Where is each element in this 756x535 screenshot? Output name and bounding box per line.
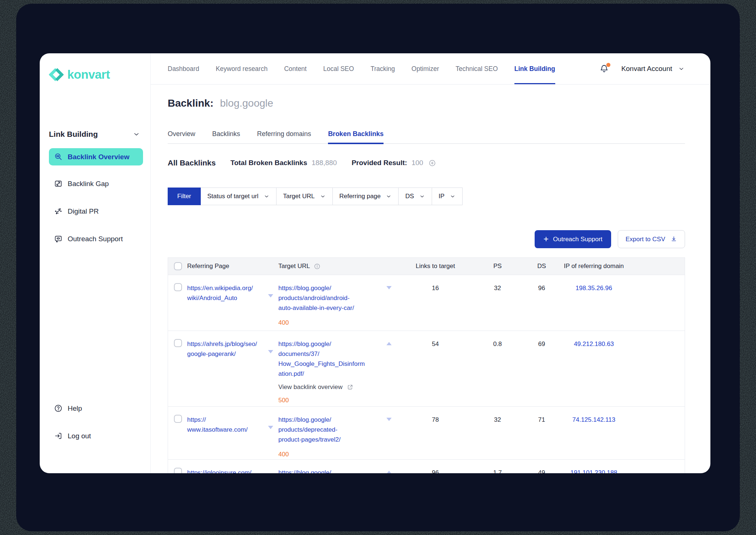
outreach-support-button[interactable]: + Outreach Support [535, 230, 611, 248]
table-row: https://ahrefs.jp/blog/seo/ google-pager… [168, 331, 685, 406]
increase-result-button[interactable] [428, 159, 436, 167]
sidebar-menu: Backlink Overview Backlink Gap Digital P… [49, 148, 143, 258]
referring-page-link[interactable]: https://iglooinsure.com/ [187, 469, 252, 473]
filter-bar: Filter Status of target url Target URL R… [168, 188, 710, 205]
account-label: Konvart Account [621, 65, 672, 73]
links-to-target-value: 78 [395, 407, 475, 459]
tab-broken-backlinks[interactable]: Broken Backlinks [328, 130, 384, 143]
sort-triangle-up-icon[interactable] [386, 342, 392, 345]
brand-logo[interactable]: konvart [49, 67, 143, 82]
plus-icon: + [543, 235, 549, 243]
export-to-csv-button[interactable]: Export to CSV [618, 230, 685, 248]
referring-page-link[interactable]: https://en.wikipedia.org/ wiki/Android_A… [187, 285, 253, 302]
filter-ip[interactable]: IP [432, 188, 463, 205]
select-all-checkbox[interactable] [174, 262, 182, 270]
referring-page-link[interactable]: https:// www.itasoftware.com/ [187, 416, 247, 433]
nav-item-keyword-research[interactable]: Keyword research [216, 53, 268, 84]
nav-item-optimizer[interactable]: Optimizer [411, 53, 439, 84]
view-backlink-overview-link[interactable]: View backlink overview [278, 382, 395, 392]
info-icon[interactable] [314, 263, 321, 270]
row-checkbox[interactable] [174, 339, 182, 347]
filter-referring-page[interactable]: Referring page [333, 188, 399, 205]
filter-ds[interactable]: DS [399, 188, 432, 205]
logout-label: Log out [68, 432, 91, 440]
ps-value: 32 [475, 407, 520, 459]
header-target-url: Target URL [278, 263, 395, 270]
header-target-url-label: Target URL [278, 263, 310, 270]
ds-value: 49 [520, 460, 564, 473]
help-icon [54, 404, 63, 413]
table-row: https:// www.itasoftware.com/ https://bl… [168, 406, 685, 459]
sort-triangle-down-icon[interactable] [268, 294, 273, 297]
sidebar-logout[interactable]: Log out [49, 432, 143, 440]
provided-result-value: 100 [411, 159, 423, 167]
filter-label: DS [405, 193, 414, 200]
ip-link[interactable]: 74.125.142.113 [573, 416, 616, 423]
ds-value: 69 [520, 331, 564, 406]
external-link-icon [347, 384, 353, 390]
sidebar: konvart Link Building Backlink Overview [40, 53, 151, 473]
row-checkbox[interactable] [174, 415, 182, 423]
tab-overview[interactable]: Overview [168, 130, 195, 143]
nav-item-technical-seo[interactable]: Technical SEO [456, 53, 498, 84]
ps-value: 0.8 [475, 331, 520, 406]
sort-triangle-down-icon[interactable] [386, 286, 392, 289]
stats-row: All Backlinks Total Broken Backlinks 188… [168, 158, 710, 167]
nav-item-link-building[interactable]: Link Building [514, 53, 555, 84]
page-content: Backlink: blog.google Overview Backlinks… [151, 85, 710, 473]
sort-triangle-down-icon[interactable] [386, 418, 392, 421]
tab-bar: Overview Backlinks Referring domains Bro… [168, 130, 685, 144]
target-url-link[interactable]: https://blog.google/ products/android/an… [278, 285, 354, 311]
sidebar-item-outreach-support[interactable]: Outreach Support [49, 230, 143, 247]
filter-status-of-target-url[interactable]: Status of target url [201, 188, 277, 205]
target-url-link[interactable]: https://blog.google/ documents/37/ How_G… [278, 340, 365, 377]
sort-triangle-down-icon[interactable] [268, 350, 273, 353]
help-label: Help [68, 404, 82, 413]
notifications-button[interactable] [599, 64, 609, 74]
filter-label: IP [439, 193, 445, 200]
broken-backlinks-table: Referring Page Target URL Links to targe… [168, 257, 685, 473]
nav-item-dashboard[interactable]: Dashboard [168, 53, 199, 84]
nav-item-local-seo[interactable]: Local SEO [323, 53, 354, 84]
sort-triangle-up-icon[interactable] [386, 471, 392, 473]
header-links-to-target: Links to target [395, 263, 475, 270]
sidebar-item-label: Backlink Gap [68, 180, 109, 188]
tab-referring-domains[interactable]: Referring domains [257, 130, 311, 143]
header-ps: PS [475, 263, 520, 270]
tab-backlinks[interactable]: Backlinks [212, 130, 240, 143]
sidebar-item-backlink-gap[interactable]: Backlink Gap [49, 175, 143, 192]
ip-link[interactable]: 198.35.26.96 [575, 285, 612, 292]
nav-item-content[interactable]: Content [284, 53, 307, 84]
sidebar-section-link-building[interactable]: Link Building [49, 130, 143, 139]
ip-link[interactable]: 49.212.180.63 [574, 340, 614, 347]
table-actions: + Outreach Support Export to CSV [168, 230, 685, 248]
nav-item-tracking[interactable]: Tracking [371, 53, 395, 84]
row-checkbox[interactable] [174, 468, 182, 473]
referring-page-link[interactable]: https://ahrefs.jp/blog/seo/ google-pager… [187, 340, 257, 357]
filter-target-url[interactable]: Target URL [277, 188, 333, 205]
account-menu[interactable]: Konvart Account [621, 65, 685, 73]
ip-link[interactable]: 191.101.230.188 [570, 469, 617, 473]
sidebar-section-label: Link Building [49, 130, 98, 139]
outreach-support-label: Outreach Support [553, 236, 602, 243]
header-ip-of-referring-domain: IP of referring domain [564, 263, 624, 270]
total-broken-backlinks-label: Total Broken Backlinks [231, 159, 307, 167]
chevron-down-icon [419, 193, 425, 199]
sidebar-help[interactable]: Help [49, 404, 143, 413]
chevron-down-icon [320, 193, 326, 199]
logout-icon [54, 432, 63, 440]
sidebar-item-backlink-overview[interactable]: Backlink Overview [49, 148, 143, 165]
sidebar-item-label: Outreach Support [68, 235, 123, 243]
filter-button[interactable]: Filter [168, 188, 201, 205]
sort-triangle-down-icon[interactable] [268, 426, 273, 429]
sidebar-item-digital-pr[interactable]: Digital PR [49, 203, 143, 220]
target-url-link[interactable]: https://blog.google/ [278, 469, 331, 473]
sidebar-item-label: Digital PR [68, 207, 99, 215]
page-title-domain: blog.google [220, 97, 273, 109]
outreach-support-icon [54, 235, 63, 243]
row-checkbox[interactable] [174, 283, 182, 291]
chevron-down-icon [450, 193, 456, 199]
table-row: https://iglooinsure.com/ https://blog.go… [168, 459, 685, 473]
target-url-link[interactable]: https://blog.google/ products/deprecated… [278, 416, 340, 443]
view-backlink-overview-label: View backlink overview [278, 382, 342, 392]
